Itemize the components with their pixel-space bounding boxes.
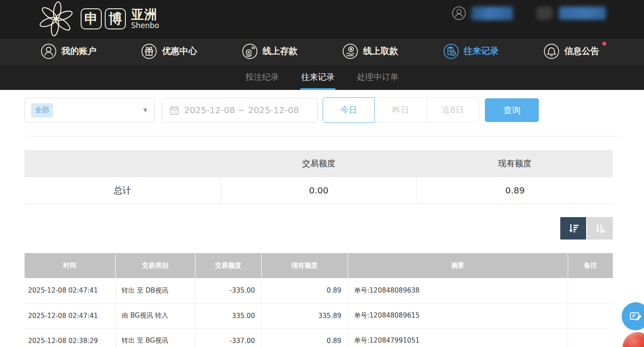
nav-item-transaction-records[interactable]: 往来记录 <box>443 43 499 60</box>
table-row: 2025-12-08 02:47:41由 BG视讯 转入335.00335.89… <box>25 303 613 328</box>
table-cell: 2025-12-08 02:38:29 <box>25 328 115 347</box>
table-cell: 0.89 <box>261 278 348 303</box>
nav-item-label: 我的账户 <box>61 45 96 57</box>
top-header: 申 博 亚洲 Shenbo <box>0 0 644 38</box>
main-navigation: 我的账户 优惠中心 线上存款 <box>0 38 644 64</box>
range-label: 今日 <box>341 104 357 116</box>
table-cell: 335.89 <box>261 303 348 328</box>
sort-toolbar <box>0 217 613 240</box>
bell-icon <box>543 43 560 60</box>
nav-item-label: 线上存款 <box>263 45 298 57</box>
deposit-icon <box>242 43 258 60</box>
sort-descending-button[interactable] <box>560 217 586 240</box>
table-cell: 单号:120847991051 <box>348 328 568 347</box>
date-range-input[interactable]: 2025-12-08 ~ 2025-12-08 <box>162 98 318 122</box>
redacted-balance <box>559 7 606 20</box>
col-header-balance: 现有额度 <box>261 253 348 278</box>
transactions-tbody: 2025-12-08 02:47:41转出 至 DB视讯-335.000.89单… <box>25 278 613 347</box>
table-cell: 0.89 <box>261 328 348 347</box>
table-cell: 单号:120848089615 <box>348 303 568 328</box>
redacted-balance-icon <box>537 7 552 20</box>
range-button-yesterday[interactable]: 昨日 <box>375 97 427 123</box>
section-divider <box>25 136 619 136</box>
tab-processing-orders[interactable]: 处理中订单 <box>356 64 399 90</box>
withdraw-icon <box>342 43 359 60</box>
summary-transaction-total: 0.00 <box>221 177 417 204</box>
range-label: 近8日 <box>442 104 464 116</box>
tab-betting-records[interactable]: 投注纪录 <box>245 64 280 90</box>
subtab-label: 往来记录 <box>301 72 334 83</box>
table-cell: -335.00 <box>195 278 261 303</box>
summary-total-row: 总计 0.00 0.89 <box>25 177 613 204</box>
tab-transaction-records[interactable]: 往来记录 <box>300 64 335 90</box>
logo-region-text: 亚洲 <box>131 8 159 21</box>
transactions-table: 时间 交易类别 交易额度 现有额度 摘要 备注 2025-12-08 02:47… <box>25 253 613 347</box>
brand-logo[interactable]: 申 博 亚洲 Shenbo <box>37 0 159 38</box>
transactions-head: 时间 交易类别 交易额度 现有额度 摘要 备注 <box>25 253 613 278</box>
summary-header-balance: 现有额度 <box>417 158 613 169</box>
table-cell: 2025-12-08 02:47:41 <box>25 303 115 328</box>
nav-item-label: 优惠中心 <box>162 45 197 57</box>
user-circle-icon[interactable] <box>452 6 466 21</box>
edit-note-icon <box>629 309 643 323</box>
summary-total-label: 总计 <box>25 177 221 204</box>
col-header-summary: 摘要 <box>348 253 568 278</box>
table-cell: 转出 至 BG视讯 <box>115 328 195 347</box>
subtab-label: 投注纪录 <box>246 72 279 83</box>
category-select[interactable]: 全部 ▼ <box>25 98 155 122</box>
col-header-remark: 备注 <box>568 253 613 278</box>
table-row: 2025-12-08 02:47:41转出 至 DB视讯-335.000.89单… <box>25 278 613 303</box>
nav-item-deposit[interactable]: 线上存款 <box>242 43 298 60</box>
table-cell: 转出 至 DB视讯 <box>115 278 195 303</box>
table-row: 2025-12-08 02:38:29转出 至 BG视讯-337.000.89单… <box>25 328 613 347</box>
filter-bar: 全部 ▼ 2025-12-08 ~ 2025-12-08 今日 昨日 <box>25 97 644 123</box>
sort-ascending-button[interactable] <box>587 217 613 240</box>
col-header-type: 交易类别 <box>115 253 195 278</box>
range-button-today[interactable]: 今日 <box>323 97 375 123</box>
nav-item-announcements[interactable]: 信息公告 <box>543 43 599 60</box>
summary-table: 交易额度 现有额度 总计 0.00 0.89 <box>25 150 613 204</box>
user-circle-icon <box>40 43 57 60</box>
nav-item-label: 线上取款 <box>363 45 398 57</box>
category-chip[interactable]: 全部 <box>31 103 53 118</box>
table-cell <box>568 328 613 347</box>
logo-region-block: 亚洲 Shenbo <box>131 8 159 30</box>
logo-char-box: 申 <box>81 8 102 29</box>
table-cell: -337.00 <box>195 328 261 347</box>
date-range-value: 2025-12-08 ~ 2025-12-08 <box>184 105 299 115</box>
nav-item-label: 信息公告 <box>564 45 599 57</box>
lotus-flower-icon <box>37 0 75 38</box>
topbar-user-area <box>452 5 606 21</box>
range-label: 昨日 <box>392 104 409 116</box>
summary-header-row: 交易额度 现有额度 <box>25 150 613 177</box>
records-icon <box>443 43 459 60</box>
nav-item-label: 往来记录 <box>464 45 499 57</box>
active-tab-underline <box>300 88 335 90</box>
logo-char: 博 <box>109 10 122 28</box>
redacted-username <box>471 7 513 20</box>
record-subtabs: 投注纪录 往来记录 处理中订单 <box>0 64 644 90</box>
logo-latin-text: Shenbo <box>131 21 159 30</box>
range-button-last-8-days[interactable]: 近8日 <box>427 97 479 123</box>
summary-header-transaction: 交易额度 <box>221 158 416 169</box>
notification-dot <box>602 42 606 46</box>
nav-item-promotions[interactable]: 优惠中心 <box>141 43 197 60</box>
gift-icon <box>141 43 157 60</box>
nav-item-my-account[interactable]: 我的账户 <box>40 43 96 60</box>
col-header-amount: 交易额度 <box>195 253 261 278</box>
table-header-row: 时间 交易类别 交易额度 现有额度 摘要 备注 <box>25 253 613 278</box>
sort-ascending-icon <box>594 222 607 235</box>
query-button[interactable]: 查询 <box>485 98 539 122</box>
sort-descending-icon <box>567 222 580 235</box>
logo-char-box: 博 <box>105 8 126 29</box>
page: 申 博 亚洲 Shenbo 我的账户 <box>0 0 644 347</box>
table-cell: 单号:120848089638 <box>348 278 568 303</box>
chevron-down-icon: ▼ <box>143 107 147 113</box>
nav-item-withdraw[interactable]: 线上取款 <box>342 43 398 60</box>
summary-balance-total: 0.89 <box>416 177 613 204</box>
logo-char: 申 <box>85 10 98 28</box>
table-cell: 335.00 <box>195 303 261 328</box>
content-area: 全部 ▼ 2025-12-08 ~ 2025-12-08 今日 昨日 <box>0 97 644 347</box>
quick-range-group: 今日 昨日 近8日 <box>323 97 479 123</box>
col-header-time: 时间 <box>25 253 115 278</box>
